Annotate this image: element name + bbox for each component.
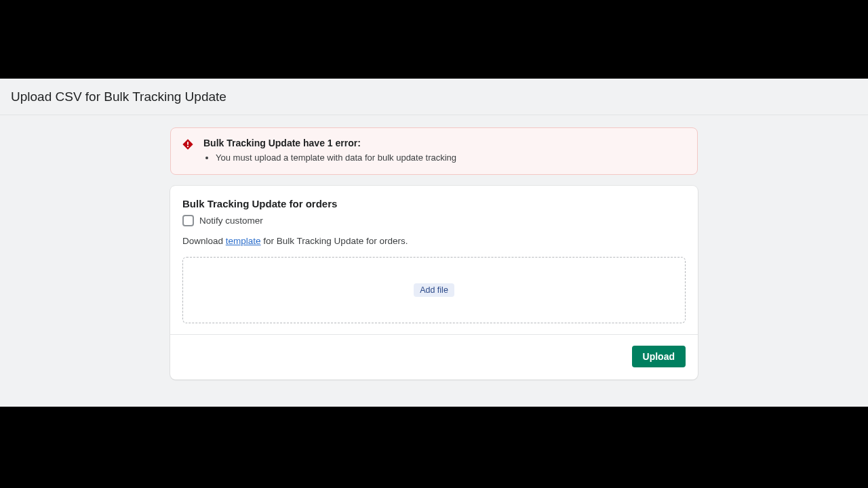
app-container: Upload CSV for Bulk Tracking Update Bulk… xyxy=(0,79,868,407)
svg-point-1 xyxy=(187,146,189,147)
download-template-link[interactable]: template xyxy=(226,236,261,246)
letterbox-top xyxy=(0,0,868,79)
main-column: Bulk Tracking Update have 1 error: You m… xyxy=(170,127,698,407)
download-suffix: for Bulk Tracking Update for orders. xyxy=(261,236,408,246)
page-header: Upload CSV for Bulk Tracking Update xyxy=(0,79,868,115)
letterbox-bottom xyxy=(0,407,868,488)
error-body: Bulk Tracking Update have 1 error: You m… xyxy=(203,138,686,165)
card-divider xyxy=(170,334,698,335)
download-template-line: Download template for Bulk Tracking Upda… xyxy=(182,236,686,246)
card-actions: Upload xyxy=(182,346,686,367)
svg-rect-0 xyxy=(187,142,189,145)
upload-card: Bulk Tracking Update for orders Notify c… xyxy=(170,186,698,380)
error-icon xyxy=(182,138,194,150)
upload-button[interactable]: Upload xyxy=(632,346,686,367)
notify-customer-label: Notify customer xyxy=(199,216,263,226)
notify-customer-checkbox[interactable] xyxy=(182,215,194,226)
add-file-button[interactable]: Add file xyxy=(414,283,454,297)
content-area: Bulk Tracking Update have 1 error: You m… xyxy=(0,115,868,407)
card-title: Bulk Tracking Update for orders xyxy=(182,198,686,209)
file-dropzone[interactable]: Add file xyxy=(182,257,686,323)
download-prefix: Download xyxy=(182,236,226,246)
error-list-item: You must upload a template with data for… xyxy=(216,151,686,165)
notify-customer-row: Notify customer xyxy=(182,215,686,226)
error-title: Bulk Tracking Update have 1 error: xyxy=(203,138,686,148)
page-title: Upload CSV for Bulk Tracking Update xyxy=(11,89,226,104)
error-list: You must upload a template with data for… xyxy=(203,151,686,165)
error-banner: Bulk Tracking Update have 1 error: You m… xyxy=(170,127,698,175)
